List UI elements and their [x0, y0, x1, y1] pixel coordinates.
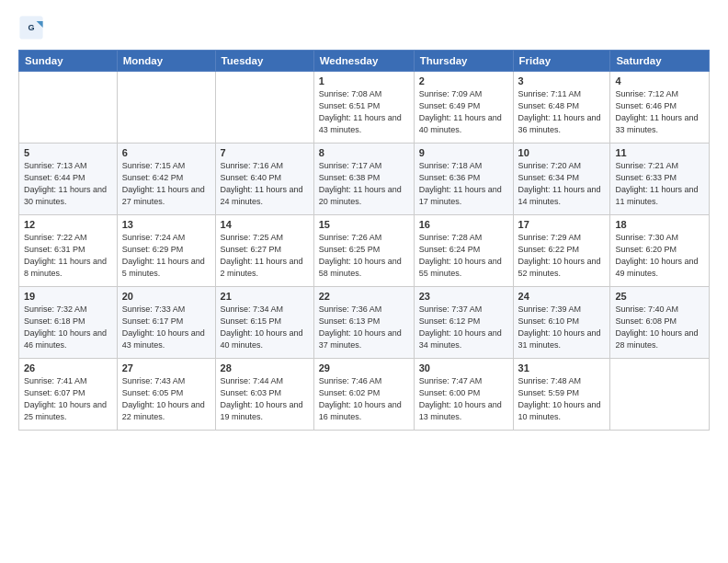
day-detail: Sunrise: 7:28 AMSunset: 6:24 PMDaylight:…: [419, 232, 508, 280]
weekday-header-saturday: Saturday: [610, 51, 710, 72]
day-number: 2: [419, 75, 508, 86]
page: G SundayMondayTuesdayWednesdayThursdayFr…: [0, 0, 728, 563]
day-number: 21: [221, 291, 309, 302]
week-row-1: 1Sunrise: 7:08 AMSunset: 6:51 PMDaylight…: [19, 72, 710, 144]
day-cell: [610, 359, 710, 431]
day-cell: 26Sunrise: 7:41 AMSunset: 6:07 PMDayligh…: [19, 359, 118, 431]
day-detail: Sunrise: 7:37 AMSunset: 6:12 PMDaylight:…: [419, 304, 508, 351]
day-number: 25: [615, 291, 704, 302]
day-number: 27: [122, 362, 210, 373]
weekday-header-sunday: Sunday: [19, 51, 118, 72]
day-number: 7: [221, 147, 309, 158]
day-number: 6: [122, 147, 210, 158]
day-detail: Sunrise: 7:34 AMSunset: 6:15 PMDaylight:…: [221, 304, 309, 351]
day-detail: Sunrise: 7:32 AMSunset: 6:18 PMDaylight:…: [24, 304, 112, 351]
day-cell: [19, 72, 118, 144]
day-cell: 3Sunrise: 7:11 AMSunset: 6:48 PMDaylight…: [513, 72, 610, 144]
day-cell: 17Sunrise: 7:29 AMSunset: 6:22 PMDayligh…: [513, 215, 610, 287]
day-number: 9: [419, 147, 508, 158]
weekday-header-wednesday: Wednesday: [313, 51, 414, 72]
day-cell: 29Sunrise: 7:46 AMSunset: 6:02 PMDayligh…: [313, 359, 414, 431]
day-detail: Sunrise: 7:13 AMSunset: 6:44 PMDaylight:…: [24, 160, 112, 208]
day-cell: 20Sunrise: 7:33 AMSunset: 6:17 PMDayligh…: [117, 287, 215, 359]
day-cell: 28Sunrise: 7:44 AMSunset: 6:03 PMDayligh…: [215, 359, 313, 431]
day-detail: Sunrise: 7:36 AMSunset: 6:13 PMDaylight:…: [319, 304, 409, 351]
day-detail: Sunrise: 7:17 AMSunset: 6:38 PMDaylight:…: [319, 160, 409, 208]
day-detail: Sunrise: 7:24 AMSunset: 6:29 PMDaylight:…: [122, 232, 210, 280]
day-number: 31: [518, 362, 606, 373]
day-detail: Sunrise: 7:15 AMSunset: 6:42 PMDaylight:…: [122, 160, 210, 208]
day-detail: Sunrise: 7:46 AMSunset: 6:02 PMDaylight:…: [319, 375, 409, 423]
weekday-header-monday: Monday: [117, 51, 215, 72]
day-cell: 24Sunrise: 7:39 AMSunset: 6:10 PMDayligh…: [513, 287, 610, 359]
day-cell: 21Sunrise: 7:34 AMSunset: 6:15 PMDayligh…: [215, 287, 313, 359]
day-detail: Sunrise: 7:48 AMSunset: 5:59 PMDaylight:…: [518, 375, 606, 423]
logo: G: [18, 15, 46, 40]
day-number: 17: [518, 219, 606, 230]
day-cell: 2Sunrise: 7:09 AMSunset: 6:49 PMDaylight…: [414, 72, 513, 144]
day-detail: Sunrise: 7:30 AMSunset: 6:20 PMDaylight:…: [615, 232, 704, 280]
day-detail: Sunrise: 7:40 AMSunset: 6:08 PMDaylight:…: [615, 304, 704, 351]
week-row-2: 5Sunrise: 7:13 AMSunset: 6:44 PMDaylight…: [19, 144, 710, 215]
day-cell: 30Sunrise: 7:47 AMSunset: 6:00 PMDayligh…: [414, 359, 513, 431]
day-detail: Sunrise: 7:12 AMSunset: 6:46 PMDaylight:…: [615, 88, 704, 136]
day-number: 14: [221, 219, 309, 230]
day-detail: Sunrise: 7:41 AMSunset: 6:07 PMDaylight:…: [24, 375, 112, 423]
day-detail: Sunrise: 7:18 AMSunset: 6:36 PMDaylight:…: [419, 160, 508, 208]
day-detail: Sunrise: 7:20 AMSunset: 6:34 PMDaylight:…: [518, 160, 606, 208]
day-detail: Sunrise: 7:22 AMSunset: 6:31 PMDaylight:…: [24, 232, 112, 280]
day-cell: 10Sunrise: 7:20 AMSunset: 6:34 PMDayligh…: [513, 144, 610, 215]
day-cell: [117, 72, 215, 144]
day-number: 24: [518, 291, 606, 302]
day-detail: Sunrise: 7:16 AMSunset: 6:40 PMDaylight:…: [221, 160, 309, 208]
day-number: 18: [615, 219, 704, 230]
svg-text:G: G: [28, 23, 34, 32]
calendar-body: 1Sunrise: 7:08 AMSunset: 6:51 PMDaylight…: [19, 72, 710, 431]
day-number: 10: [518, 147, 606, 158]
day-cell: 13Sunrise: 7:24 AMSunset: 6:29 PMDayligh…: [117, 215, 215, 287]
day-number: 4: [615, 75, 704, 86]
day-cell: 25Sunrise: 7:40 AMSunset: 6:08 PMDayligh…: [610, 287, 710, 359]
day-cell: 23Sunrise: 7:37 AMSunset: 6:12 PMDayligh…: [414, 287, 513, 359]
day-number: 11: [615, 147, 704, 158]
day-cell: 31Sunrise: 7:48 AMSunset: 5:59 PMDayligh…: [513, 359, 610, 431]
day-detail: Sunrise: 7:11 AMSunset: 6:48 PMDaylight:…: [518, 88, 606, 136]
day-number: 5: [24, 147, 112, 158]
day-detail: Sunrise: 7:08 AMSunset: 6:51 PMDaylight:…: [319, 88, 409, 136]
weekday-header-friday: Friday: [513, 51, 610, 72]
day-number: 1: [319, 75, 409, 86]
day-number: 30: [419, 362, 508, 373]
day-detail: Sunrise: 7:33 AMSunset: 6:17 PMDaylight:…: [122, 304, 210, 351]
day-number: 8: [319, 147, 409, 158]
day-cell: 7Sunrise: 7:16 AMSunset: 6:40 PMDaylight…: [215, 144, 313, 215]
day-cell: 6Sunrise: 7:15 AMSunset: 6:42 PMDaylight…: [117, 144, 215, 215]
week-row-5: 26Sunrise: 7:41 AMSunset: 6:07 PMDayligh…: [19, 359, 710, 431]
day-number: 3: [518, 75, 606, 86]
week-row-4: 19Sunrise: 7:32 AMSunset: 6:18 PMDayligh…: [19, 287, 710, 359]
calendar: SundayMondayTuesdayWednesdayThursdayFrid…: [18, 50, 710, 431]
day-number: 29: [319, 362, 409, 373]
day-detail: Sunrise: 7:09 AMSunset: 6:49 PMDaylight:…: [419, 88, 508, 136]
day-cell: 16Sunrise: 7:28 AMSunset: 6:24 PMDayligh…: [414, 215, 513, 287]
day-number: 28: [221, 362, 309, 373]
logo-icon: G: [18, 15, 44, 40]
day-cell: 1Sunrise: 7:08 AMSunset: 6:51 PMDaylight…: [313, 72, 414, 144]
day-detail: Sunrise: 7:44 AMSunset: 6:03 PMDaylight:…: [221, 375, 309, 423]
day-number: 12: [24, 219, 112, 230]
day-detail: Sunrise: 7:43 AMSunset: 6:05 PMDaylight:…: [122, 375, 210, 423]
day-cell: 9Sunrise: 7:18 AMSunset: 6:36 PMDaylight…: [414, 144, 513, 215]
day-number: 16: [419, 219, 508, 230]
day-cell: 14Sunrise: 7:25 AMSunset: 6:27 PMDayligh…: [215, 215, 313, 287]
day-cell: [215, 72, 313, 144]
day-detail: Sunrise: 7:29 AMSunset: 6:22 PMDaylight:…: [518, 232, 606, 280]
day-number: 26: [24, 362, 112, 373]
day-number: 13: [122, 219, 210, 230]
day-cell: 27Sunrise: 7:43 AMSunset: 6:05 PMDayligh…: [117, 359, 215, 431]
week-row-3: 12Sunrise: 7:22 AMSunset: 6:31 PMDayligh…: [19, 215, 710, 287]
day-cell: 5Sunrise: 7:13 AMSunset: 6:44 PMDaylight…: [19, 144, 118, 215]
day-cell: 4Sunrise: 7:12 AMSunset: 6:46 PMDaylight…: [610, 72, 710, 144]
day-detail: Sunrise: 7:25 AMSunset: 6:27 PMDaylight:…: [221, 232, 309, 280]
day-number: 22: [319, 291, 409, 302]
day-detail: Sunrise: 7:47 AMSunset: 6:00 PMDaylight:…: [419, 375, 508, 423]
day-cell: 18Sunrise: 7:30 AMSunset: 6:20 PMDayligh…: [610, 215, 710, 287]
